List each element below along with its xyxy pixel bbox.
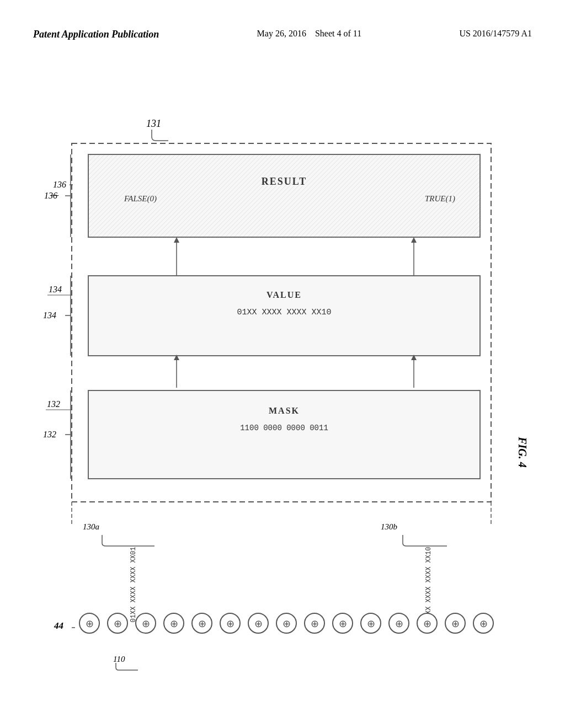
svg-text:⊕: ⊕ bbox=[367, 618, 375, 629]
svg-rect-25 bbox=[88, 390, 480, 479]
svg-text:⊕: ⊕ bbox=[170, 618, 178, 629]
svg-text:⊕: ⊕ bbox=[198, 618, 206, 629]
svg-text:132: 132 bbox=[47, 399, 60, 409]
svg-text:⊕: ⊕ bbox=[226, 618, 234, 629]
svg-marker-11 bbox=[174, 237, 179, 243]
svg-text:⊕: ⊕ bbox=[86, 618, 94, 629]
svg-text:⊕: ⊕ bbox=[423, 618, 431, 629]
svg-text:131: 131 bbox=[146, 118, 161, 129]
svg-text:⊕: ⊕ bbox=[311, 618, 319, 629]
svg-text:136: 136 bbox=[53, 180, 66, 189]
svg-text:FIG. 4: FIG. 4 bbox=[516, 436, 529, 468]
publication-number: US 2016/147579 A1 bbox=[459, 29, 532, 39]
svg-text:TRUE(1): TRUE(1) bbox=[425, 194, 455, 204]
svg-text:01XX XXXX XXXX XX10: 01XX XXXX XXXX XX10 bbox=[237, 308, 331, 317]
publication-title: Patent Application Publication bbox=[33, 29, 159, 40]
svg-text:VALUE: VALUE bbox=[266, 290, 302, 299]
svg-text:130b: 130b bbox=[381, 522, 398, 531]
svg-text:134: 134 bbox=[43, 311, 56, 320]
svg-text:⊕: ⊕ bbox=[282, 618, 291, 629]
publication-date-sheet: May 26, 2016 Sheet 4 of 11 bbox=[257, 29, 362, 39]
svg-text:132: 132 bbox=[43, 430, 56, 439]
page-header: Patent Application Publication May 26, 2… bbox=[0, 29, 565, 40]
svg-text:44: 44 bbox=[54, 620, 63, 631]
svg-text:1100 0000 0000 0011: 1100 0000 0000 0011 bbox=[240, 424, 328, 432]
svg-text:⊕: ⊕ bbox=[451, 618, 460, 629]
svg-text:110: 110 bbox=[113, 655, 125, 663]
svg-text:01XX XXXX XXXX XX01: 01XX XXXX XXXX XX01 bbox=[130, 547, 137, 623]
svg-marker-13 bbox=[411, 237, 417, 243]
svg-text:136: 136 bbox=[44, 191, 57, 200]
svg-text:⊕: ⊕ bbox=[114, 618, 122, 629]
svg-text:FALSE(0): FALSE(0) bbox=[124, 194, 157, 204]
svg-text:01XX XXXX XXXX XX10: 01XX XXXX XXXX XX10 bbox=[425, 547, 433, 623]
svg-text:⊕: ⊕ bbox=[254, 618, 263, 629]
svg-text:RESULT: RESULT bbox=[262, 176, 307, 187]
svg-text:MASK: MASK bbox=[269, 406, 300, 415]
svg-text:134: 134 bbox=[49, 285, 62, 294]
svg-text:⊕: ⊕ bbox=[339, 618, 347, 629]
svg-text:130a: 130a bbox=[83, 522, 99, 531]
svg-text:⊕: ⊕ bbox=[395, 618, 403, 629]
svg-text:⊕: ⊕ bbox=[142, 618, 150, 629]
svg-text:⊕: ⊕ bbox=[479, 618, 488, 629]
